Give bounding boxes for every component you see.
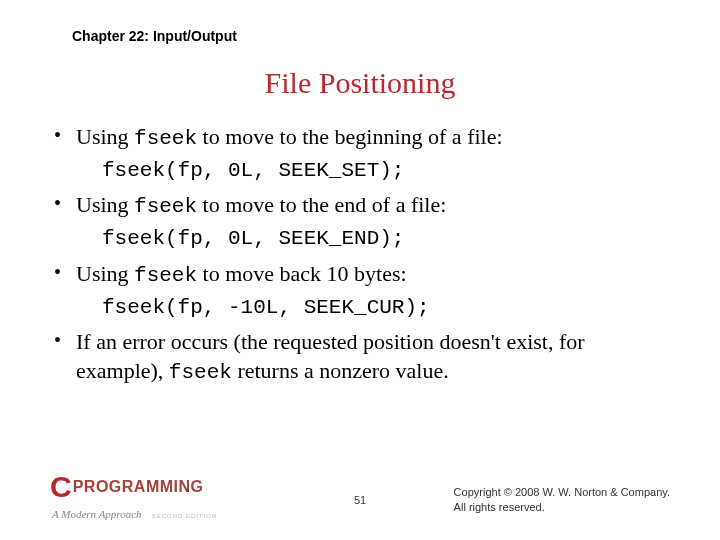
bullet-text: Using fseek to move to the end of a file…	[76, 190, 670, 221]
bullet-text: If an error occurs (the requested positi…	[76, 327, 670, 387]
bullet-text: Using fseek to move to the beginning of …	[76, 122, 670, 153]
bullet-dot: •	[54, 122, 76, 149]
code-inline: fseek	[134, 195, 197, 218]
text: Using	[76, 124, 134, 149]
copyright-line-1: Copyright © 2008 W. W. Norton & Company.	[454, 485, 670, 499]
logo-subtitle: A Modern Approach	[52, 508, 142, 520]
bullet-item: • Using fseek to move back 10 bytes:	[54, 259, 670, 290]
bullet-item: • Using fseek to move to the end of a fi…	[54, 190, 670, 221]
text: to move to the beginning of a file:	[197, 124, 503, 149]
bullet-dot: •	[54, 327, 76, 354]
bullet-item: • Using fseek to move to the beginning o…	[54, 122, 670, 153]
bullet-dot: •	[54, 259, 76, 286]
copyright-line-2: All rights reserved.	[454, 500, 670, 514]
text: returns a nonzero value.	[232, 358, 449, 383]
slide: Chapter 22: Input/Output File Positionin…	[0, 0, 720, 540]
code-line: fseek(fp, -10L, SEEK_CUR);	[102, 294, 670, 322]
chapter-header: Chapter 22: Input/Output	[72, 28, 670, 44]
logo-edition: SECOND EDITION	[152, 513, 218, 519]
code-line: fseek(fp, 0L, SEEK_END);	[102, 225, 670, 253]
copyright: Copyright © 2008 W. W. Norton & Company.…	[454, 485, 670, 514]
text: Using	[76, 261, 134, 286]
text: Using	[76, 192, 134, 217]
code-inline: fseek	[134, 127, 197, 150]
logo-subtitle-row: A Modern Approach SECOND EDITION	[50, 504, 240, 522]
code-line: fseek(fp, 0L, SEEK_SET);	[102, 157, 670, 185]
bullet-dot: •	[54, 190, 76, 217]
text: to move back 10 bytes:	[197, 261, 407, 286]
code-inline: fseek	[134, 264, 197, 287]
content-area: • Using fseek to move to the beginning o…	[50, 122, 670, 387]
slide-title: File Positioning	[50, 66, 670, 100]
bullet-item: • If an error occurs (the requested posi…	[54, 327, 670, 387]
bullet-text: Using fseek to move back 10 bytes:	[76, 259, 670, 290]
footer: C PROGRAMMING A Modern Approach SECOND E…	[0, 478, 720, 528]
text: to move to the end of a file:	[197, 192, 446, 217]
code-inline: fseek	[169, 361, 232, 384]
